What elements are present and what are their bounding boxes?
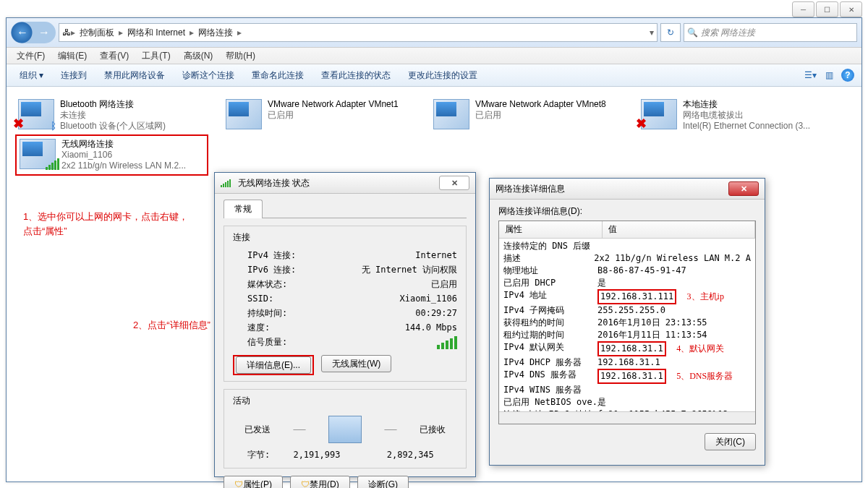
- detail-val: 是: [597, 396, 751, 408]
- h-scrollbar[interactable]: [499, 411, 755, 424]
- conn-line2: 未连接: [60, 110, 166, 121]
- detail-val: 192.168.31.111 3、主机ip: [597, 289, 751, 304]
- detail-prop: 描述: [503, 252, 594, 265]
- wireless-properties-button[interactable]: 无线属性(W): [321, 355, 391, 372]
- nav-back-forward[interactable]: [11, 22, 56, 43]
- view-status-button[interactable]: 查看此连接的状态: [314, 67, 398, 84]
- connect-to-button[interactable]: 连接到: [54, 67, 94, 84]
- tab-general[interactable]: 常规: [224, 200, 263, 218]
- organize-button[interactable]: 组织 ▾: [12, 67, 51, 84]
- detail-row: 已启用 NetBIOS ove...是: [503, 396, 751, 408]
- status-value: 无 Internet 访问权限: [362, 262, 457, 277]
- chevron-icon: ▸: [237, 27, 242, 38]
- connection-item[interactable]: VMware Network Adapter VMnet8已启用: [430, 96, 621, 134]
- close-button[interactable]: ✕: [840, 1, 862, 17]
- detail-prop: IPv4 DNS 服务器: [503, 369, 597, 384]
- status-close-icon[interactable]: ✕: [439, 176, 469, 190]
- detail-val: 2016年1月11日 11:13:54: [597, 329, 751, 341]
- maximize-button[interactable]: ☐: [816, 1, 838, 17]
- detail-prop: 获得租约的时间: [503, 317, 597, 329]
- menu-help[interactable]: 帮助(H): [220, 48, 261, 64]
- breadcrumb[interactable]: 🖧 ▸ 控制面板 ▸ 网络和 Internet ▸ 网络连接 ▸ ▾: [59, 23, 658, 42]
- search-input[interactable]: 🔍 搜索 网络连接: [684, 23, 857, 42]
- connection-item[interactable]: ✖ᛒBluetooth 网络连接未连接Bluetooth 设备(个人区域网): [15, 96, 205, 134]
- detail-val: B8-86-87-45-91-47: [597, 265, 751, 277]
- connection-item[interactable]: VMware Network Adapter VMnet1已启用: [223, 96, 413, 134]
- status-key: 媒体状态:: [233, 277, 287, 291]
- detail-row: IPv4 子网掩码255.255.255.0: [503, 304, 751, 317]
- detail-row: 连接特定的 DNS 后缀: [503, 240, 751, 252]
- status-value: 00:29:27: [415, 306, 457, 320]
- detail-prop: IPv4 子网掩码: [503, 304, 597, 317]
- window-controls: ─ ☐ ✕: [792, 1, 862, 17]
- conn-title: Bluetooth 网络连接: [60, 99, 166, 110]
- menu-view[interactable]: 查看(V): [94, 48, 135, 64]
- conn-line3: 已启用: [475, 110, 606, 121]
- signal-bars-icon: [437, 335, 457, 349]
- detail-prop: IPv4 默认网关: [503, 341, 597, 356]
- history-dropdown-icon[interactable]: ▾: [650, 27, 654, 38]
- details-button[interactable]: 详细信息(E)...: [236, 356, 311, 374]
- conn-title: 无线网络连接: [61, 139, 186, 150]
- view-mode-icon[interactable]: ☰▾: [802, 67, 818, 83]
- disable-device-button[interactable]: 禁用此网络设备: [97, 67, 172, 84]
- activity-fieldset: 活动 已发送 ── ── 已接收 字节: 2,191,993 2,892,345: [224, 389, 467, 468]
- connection-item[interactable]: ✖本地连接网络电缆被拔出Intel(R) Ethernet Connection…: [638, 96, 828, 134]
- detail-val: 2x2 11b/g/n Wireless LAN M.2 A: [594, 252, 751, 265]
- menu-edit[interactable]: 编辑(E): [52, 48, 93, 64]
- details-heading: 网络连接详细信息(D):: [498, 205, 756, 218]
- details-title-text: 网络连接详细信息: [495, 183, 565, 195]
- status-dialog-title: 无线网络连接 状态 ✕: [215, 173, 475, 194]
- details-close-button[interactable]: 关闭(C): [705, 433, 756, 450]
- detail-val: 192.168.31.1 5、DNS服务器: [597, 369, 751, 384]
- shield-icon: 🛡: [234, 479, 243, 488]
- diagnose-button[interactable]: 诊断这个连接: [175, 67, 242, 84]
- status-title-text: 无线网络连接 状态: [238, 177, 310, 189]
- detail-prop: IPv4 地址: [503, 289, 597, 304]
- recv-label: 已接收: [420, 424, 446, 436]
- bytes-label: 字节:: [233, 448, 270, 462]
- preview-pane-icon[interactable]: ▥: [821, 67, 837, 83]
- detail-prop: IPv4 DHCP 服务器: [503, 356, 597, 369]
- details-close-icon[interactable]: ✕: [728, 181, 759, 196]
- detail-row: IPv4 DNS 服务器192.168.31.1 5、DNS服务器: [503, 369, 751, 384]
- minimize-button[interactable]: ─: [792, 1, 814, 17]
- col-value[interactable]: 值: [603, 221, 755, 238]
- diagnose-button[interactable]: 诊断(G): [357, 476, 409, 488]
- detail-val: 192.168.31.1 4、默认网关: [597, 341, 751, 356]
- detail-row: 物理地址B8-86-87-45-91-47: [503, 265, 751, 277]
- detail-val: [597, 384, 751, 396]
- detail-row: 描述2x2 11b/g/n Wireless LAN M.2 A: [503, 252, 751, 265]
- detail-prop: IPv4 WINS 服务器: [503, 384, 597, 396]
- status-key: IPv4 连接:: [233, 248, 296, 262]
- connection-item[interactable]: 无线网络连接Xiaomi_11062x2 11b/g/n Wireless LA…: [15, 134, 208, 176]
- bytes-sent: 2,191,993: [293, 448, 340, 462]
- conn-line2: Xiaomi_1106: [61, 150, 186, 160]
- details-table: 属性 值 连接特定的 DNS 后缀描述2x2 11b/g/n Wireless …: [498, 221, 756, 424]
- help-icon[interactable]: ?: [840, 67, 856, 83]
- sent-label: 已发送: [244, 424, 271, 436]
- detail-row: IPv4 地址192.168.31.111 3、主机ip: [503, 289, 751, 304]
- change-settings-button[interactable]: 更改此连接的设置: [401, 67, 485, 84]
- detail-row: IPv4 DHCP 服务器192.168.31.1: [503, 356, 751, 369]
- breadcrumb-seg[interactable]: 网络和 Internet: [123, 27, 190, 39]
- error-x-icon: ✖: [636, 116, 647, 132]
- conn-line3: Intel(R) Ethernet Connection (3...: [683, 121, 810, 132]
- detail-prop: 连接特定的 DNS 后缀: [503, 240, 597, 252]
- menu-advanced[interactable]: 高级(N): [178, 48, 219, 64]
- breadcrumb-seg[interactable]: 控制面板: [75, 27, 119, 39]
- detail-prop: 已启用 DHCP: [503, 277, 597, 289]
- breadcrumb-seg[interactable]: 网络连接: [194, 27, 237, 39]
- col-property[interactable]: 属性: [499, 221, 603, 238]
- detail-row: 获得租约的时间2016年1月10日 23:13:55: [503, 317, 751, 329]
- menu-tools[interactable]: 工具(T): [136, 48, 176, 64]
- address-row: 🖧 ▸ 控制面板 ▸ 网络和 Internet ▸ 网络连接 ▸ ▾ ↻ 🔍 搜…: [7, 18, 861, 47]
- detail-row: IPv4 默认网关192.168.31.1 4、默认网关: [503, 341, 751, 356]
- rename-button[interactable]: 重命名此连接: [244, 67, 311, 84]
- connection-fieldset: 连接 IPv4 连接:InternetIPv6 连接:无 Internet 访问…: [224, 226, 467, 382]
- refresh-button[interactable]: ↻: [660, 23, 681, 42]
- properties-button[interactable]: 🛡属性(P): [224, 476, 283, 488]
- conn-line3: 2x2 11b/g/n Wireless LAN M.2...: [61, 160, 186, 171]
- disable-button[interactable]: 🛡禁用(D): [290, 476, 350, 488]
- menu-file[interactable]: 文件(F): [11, 48, 51, 64]
